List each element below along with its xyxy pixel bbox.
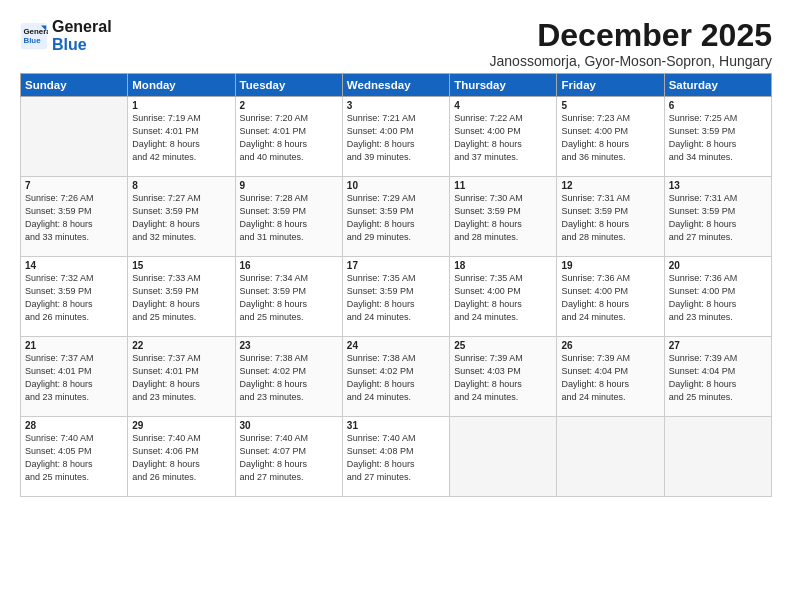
day-info: Sunrise: 7:20 AM Sunset: 4:01 PM Dayligh… xyxy=(240,112,338,164)
calendar-cell: 29Sunrise: 7:40 AM Sunset: 4:06 PM Dayli… xyxy=(128,417,235,497)
calendar-cell: 4Sunrise: 7:22 AM Sunset: 4:00 PM Daylig… xyxy=(450,97,557,177)
calendar-cell: 15Sunrise: 7:33 AM Sunset: 3:59 PM Dayli… xyxy=(128,257,235,337)
day-info: Sunrise: 7:39 AM Sunset: 4:04 PM Dayligh… xyxy=(561,352,659,404)
day-number: 11 xyxy=(454,180,552,191)
calendar-cell xyxy=(557,417,664,497)
calendar-table: SundayMondayTuesdayWednesdayThursdayFrid… xyxy=(20,73,772,497)
title-block: December 2025 Janossomorja, Gyor-Moson-S… xyxy=(490,18,772,69)
weekday-header: Wednesday xyxy=(342,74,449,97)
day-info: Sunrise: 7:38 AM Sunset: 4:02 PM Dayligh… xyxy=(240,352,338,404)
day-info: Sunrise: 7:25 AM Sunset: 3:59 PM Dayligh… xyxy=(669,112,767,164)
day-number: 29 xyxy=(132,420,230,431)
calendar-cell: 18Sunrise: 7:35 AM Sunset: 4:00 PM Dayli… xyxy=(450,257,557,337)
day-info: Sunrise: 7:32 AM Sunset: 3:59 PM Dayligh… xyxy=(25,272,123,324)
day-info: Sunrise: 7:35 AM Sunset: 4:00 PM Dayligh… xyxy=(454,272,552,324)
day-info: Sunrise: 7:34 AM Sunset: 3:59 PM Dayligh… xyxy=(240,272,338,324)
day-number: 21 xyxy=(25,340,123,351)
calendar-cell: 9Sunrise: 7:28 AM Sunset: 3:59 PM Daylig… xyxy=(235,177,342,257)
day-info: Sunrise: 7:39 AM Sunset: 4:04 PM Dayligh… xyxy=(669,352,767,404)
calendar-cell: 2Sunrise: 7:20 AM Sunset: 4:01 PM Daylig… xyxy=(235,97,342,177)
month-title: December 2025 xyxy=(490,18,772,53)
calendar-cell: 8Sunrise: 7:27 AM Sunset: 3:59 PM Daylig… xyxy=(128,177,235,257)
day-number: 22 xyxy=(132,340,230,351)
day-info: Sunrise: 7:22 AM Sunset: 4:00 PM Dayligh… xyxy=(454,112,552,164)
day-info: Sunrise: 7:40 AM Sunset: 4:05 PM Dayligh… xyxy=(25,432,123,484)
day-info: Sunrise: 7:38 AM Sunset: 4:02 PM Dayligh… xyxy=(347,352,445,404)
page: General Blue General Blue December 2025 … xyxy=(0,0,792,612)
day-info: Sunrise: 7:28 AM Sunset: 3:59 PM Dayligh… xyxy=(240,192,338,244)
calendar-cell: 30Sunrise: 7:40 AM Sunset: 4:07 PM Dayli… xyxy=(235,417,342,497)
day-info: Sunrise: 7:40 AM Sunset: 4:08 PM Dayligh… xyxy=(347,432,445,484)
day-number: 3 xyxy=(347,100,445,111)
calendar-cell xyxy=(21,97,128,177)
day-info: Sunrise: 7:26 AM Sunset: 3:59 PM Dayligh… xyxy=(25,192,123,244)
day-info: Sunrise: 7:33 AM Sunset: 3:59 PM Dayligh… xyxy=(132,272,230,324)
calendar-cell: 23Sunrise: 7:38 AM Sunset: 4:02 PM Dayli… xyxy=(235,337,342,417)
day-number: 9 xyxy=(240,180,338,191)
day-info: Sunrise: 7:37 AM Sunset: 4:01 PM Dayligh… xyxy=(132,352,230,404)
week-row: 28Sunrise: 7:40 AM Sunset: 4:05 PM Dayli… xyxy=(21,417,772,497)
day-number: 10 xyxy=(347,180,445,191)
day-info: Sunrise: 7:39 AM Sunset: 4:03 PM Dayligh… xyxy=(454,352,552,404)
calendar-cell: 7Sunrise: 7:26 AM Sunset: 3:59 PM Daylig… xyxy=(21,177,128,257)
svg-text:Blue: Blue xyxy=(24,36,42,45)
calendar-cell: 17Sunrise: 7:35 AM Sunset: 3:59 PM Dayli… xyxy=(342,257,449,337)
week-row: 14Sunrise: 7:32 AM Sunset: 3:59 PM Dayli… xyxy=(21,257,772,337)
day-info: Sunrise: 7:36 AM Sunset: 4:00 PM Dayligh… xyxy=(669,272,767,324)
calendar-cell: 3Sunrise: 7:21 AM Sunset: 4:00 PM Daylig… xyxy=(342,97,449,177)
header-row: SundayMondayTuesdayWednesdayThursdayFrid… xyxy=(21,74,772,97)
calendar-cell: 22Sunrise: 7:37 AM Sunset: 4:01 PM Dayli… xyxy=(128,337,235,417)
logo-icon: General Blue xyxy=(20,22,48,50)
day-info: Sunrise: 7:36 AM Sunset: 4:00 PM Dayligh… xyxy=(561,272,659,324)
week-row: 21Sunrise: 7:37 AM Sunset: 4:01 PM Dayli… xyxy=(21,337,772,417)
day-number: 4 xyxy=(454,100,552,111)
day-number: 30 xyxy=(240,420,338,431)
day-info: Sunrise: 7:31 AM Sunset: 3:59 PM Dayligh… xyxy=(561,192,659,244)
day-info: Sunrise: 7:31 AM Sunset: 3:59 PM Dayligh… xyxy=(669,192,767,244)
weekday-header: Monday xyxy=(128,74,235,97)
day-number: 1 xyxy=(132,100,230,111)
calendar-cell: 28Sunrise: 7:40 AM Sunset: 4:05 PM Dayli… xyxy=(21,417,128,497)
day-number: 2 xyxy=(240,100,338,111)
calendar-cell: 20Sunrise: 7:36 AM Sunset: 4:00 PM Dayli… xyxy=(664,257,771,337)
day-number: 19 xyxy=(561,260,659,271)
weekday-header: Saturday xyxy=(664,74,771,97)
calendar-cell: 27Sunrise: 7:39 AM Sunset: 4:04 PM Dayli… xyxy=(664,337,771,417)
calendar-cell: 26Sunrise: 7:39 AM Sunset: 4:04 PM Dayli… xyxy=(557,337,664,417)
calendar-cell: 1Sunrise: 7:19 AM Sunset: 4:01 PM Daylig… xyxy=(128,97,235,177)
day-number: 25 xyxy=(454,340,552,351)
logo: General Blue General Blue xyxy=(20,18,112,53)
day-number: 13 xyxy=(669,180,767,191)
day-number: 6 xyxy=(669,100,767,111)
day-info: Sunrise: 7:37 AM Sunset: 4:01 PM Dayligh… xyxy=(25,352,123,404)
day-number: 7 xyxy=(25,180,123,191)
header: General Blue General Blue December 2025 … xyxy=(20,18,772,69)
day-info: Sunrise: 7:19 AM Sunset: 4:01 PM Dayligh… xyxy=(132,112,230,164)
day-number: 5 xyxy=(561,100,659,111)
day-number: 12 xyxy=(561,180,659,191)
day-number: 20 xyxy=(669,260,767,271)
logo-text: General Blue xyxy=(52,18,112,53)
day-number: 26 xyxy=(561,340,659,351)
calendar-cell: 6Sunrise: 7:25 AM Sunset: 3:59 PM Daylig… xyxy=(664,97,771,177)
calendar-cell: 16Sunrise: 7:34 AM Sunset: 3:59 PM Dayli… xyxy=(235,257,342,337)
week-row: 7Sunrise: 7:26 AM Sunset: 3:59 PM Daylig… xyxy=(21,177,772,257)
day-number: 17 xyxy=(347,260,445,271)
calendar-cell: 31Sunrise: 7:40 AM Sunset: 4:08 PM Dayli… xyxy=(342,417,449,497)
calendar-cell: 11Sunrise: 7:30 AM Sunset: 3:59 PM Dayli… xyxy=(450,177,557,257)
calendar-cell: 21Sunrise: 7:37 AM Sunset: 4:01 PM Dayli… xyxy=(21,337,128,417)
calendar-cell: 14Sunrise: 7:32 AM Sunset: 3:59 PM Dayli… xyxy=(21,257,128,337)
calendar-cell: 5Sunrise: 7:23 AM Sunset: 4:00 PM Daylig… xyxy=(557,97,664,177)
day-number: 8 xyxy=(132,180,230,191)
week-row: 1Sunrise: 7:19 AM Sunset: 4:01 PM Daylig… xyxy=(21,97,772,177)
calendar-cell: 19Sunrise: 7:36 AM Sunset: 4:00 PM Dayli… xyxy=(557,257,664,337)
day-number: 23 xyxy=(240,340,338,351)
weekday-header: Tuesday xyxy=(235,74,342,97)
day-number: 28 xyxy=(25,420,123,431)
day-info: Sunrise: 7:40 AM Sunset: 4:07 PM Dayligh… xyxy=(240,432,338,484)
calendar-cell: 13Sunrise: 7:31 AM Sunset: 3:59 PM Dayli… xyxy=(664,177,771,257)
day-number: 27 xyxy=(669,340,767,351)
weekday-header: Thursday xyxy=(450,74,557,97)
day-number: 31 xyxy=(347,420,445,431)
day-info: Sunrise: 7:35 AM Sunset: 3:59 PM Dayligh… xyxy=(347,272,445,324)
